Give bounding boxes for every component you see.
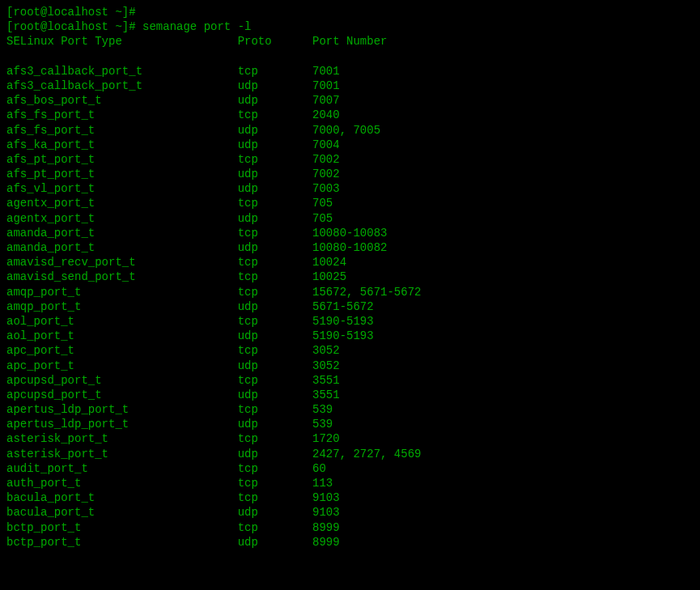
port-type: afs3_callback_port_t [6, 64, 238, 79]
header-proto: Proto [238, 34, 312, 49]
port-numbers: 7001 [312, 64, 340, 79]
port-type: audit_port_t [6, 461, 238, 476]
port-type: apc_port_t [6, 343, 238, 358]
port-numbers: 1720 [312, 431, 340, 446]
port-type: agentx_port_t [6, 211, 238, 226]
port-numbers: 2427, 2727, 4569 [312, 447, 421, 461]
port-table-body: afs3_callback_port_ttcp7001afs3_callback… [6, 64, 694, 550]
table-row: asterisk_port_tudp2427, 2727, 4569 [6, 447, 694, 461]
table-row: agentx_port_tudp705 [6, 211, 694, 226]
port-numbers: 539 [312, 402, 333, 417]
table-row: apertus_ldp_port_tudp539 [6, 417, 694, 431]
port-proto: udp [238, 447, 312, 461]
port-proto: tcp [238, 270, 312, 284]
table-row: amanda_port_ttcp10080-10083 [6, 226, 694, 240]
port-proto: udp [238, 388, 312, 402]
port-type: bctp_port_t [6, 535, 238, 550]
table-row: afs_pt_port_tudp7002 [6, 167, 694, 181]
port-type: afs_pt_port_t [6, 167, 238, 181]
port-numbers: 2040 [312, 108, 340, 122]
port-proto: udp [238, 79, 312, 93]
port-proto: udp [238, 211, 312, 226]
port-numbers: 7001 [312, 79, 340, 93]
port-proto: tcp [238, 402, 312, 417]
port-numbers: 5190-5193 [312, 314, 374, 329]
port-proto: udp [238, 359, 312, 373]
port-numbers: 60 [312, 461, 326, 476]
port-proto: tcp [238, 490, 312, 505]
table-row: bacula_port_ttcp9103 [6, 490, 694, 505]
port-proto: tcp [238, 285, 312, 299]
port-numbers: 9103 [312, 505, 340, 520]
port-proto: udp [238, 299, 312, 314]
table-row: apc_port_tudp3052 [6, 359, 694, 373]
table-row: afs3_callback_port_tudp7001 [6, 79, 694, 93]
port-type: apertus_ldp_port_t [6, 402, 238, 417]
port-type: asterisk_port_t [6, 431, 238, 446]
port-type: afs_fs_port_t [6, 123, 238, 138]
port-type: apcupsd_port_t [6, 388, 238, 402]
port-proto: tcp [238, 255, 312, 270]
port-proto: udp [238, 329, 312, 343]
port-proto: tcp [238, 461, 312, 476]
table-row: amavisd_send_port_ttcp10025 [6, 270, 694, 284]
port-numbers: 3551 [312, 373, 340, 388]
port-type: aol_port_t [6, 329, 238, 343]
table-row: amqp_port_tudp5671-5672 [6, 299, 694, 314]
port-numbers: 8999 [312, 535, 340, 550]
port-type: amqp_port_t [6, 299, 238, 314]
prompt-line-1: [root@localhost ~]# [6, 5, 694, 19]
port-numbers: 7007 [312, 93, 340, 108]
port-proto: tcp [238, 196, 312, 210]
port-proto: udp [238, 123, 312, 138]
table-row: bctp_port_ttcp8999 [6, 520, 694, 535]
table-row: afs_fs_port_ttcp2040 [6, 108, 694, 122]
port-numbers: 7003 [312, 181, 340, 196]
port-numbers: 10025 [312, 270, 346, 284]
table-row: aol_port_ttcp5190-5193 [6, 314, 694, 329]
port-proto: udp [238, 240, 312, 255]
port-proto: tcp [238, 343, 312, 358]
port-type: apertus_ldp_port_t [6, 417, 238, 431]
header-ports: Port Number [312, 34, 387, 49]
port-proto: tcp [238, 373, 312, 388]
port-proto: tcp [238, 226, 312, 240]
port-type: bacula_port_t [6, 490, 238, 505]
table-row: amqp_port_ttcp15672, 5671-5672 [6, 285, 694, 299]
port-numbers: 7000, 7005 [312, 123, 380, 138]
table-row: afs_bos_port_tudp7007 [6, 93, 694, 108]
port-numbers: 7002 [312, 167, 340, 181]
port-proto: udp [238, 167, 312, 181]
table-header: SELinux Port TypeProtoPort Number [6, 34, 694, 49]
port-type: amavisd_send_port_t [6, 270, 238, 284]
table-row: apc_port_ttcp3052 [6, 343, 694, 358]
table-row: audit_port_ttcp60 [6, 461, 694, 476]
table-row: amanda_port_tudp10080-10082 [6, 240, 694, 255]
port-type: asterisk_port_t [6, 447, 238, 461]
port-type: auth_port_t [6, 476, 238, 490]
port-numbers: 10080-10082 [312, 240, 387, 255]
port-proto: tcp [238, 108, 312, 122]
table-row: afs_fs_port_tudp7000, 7005 [6, 123, 694, 138]
port-numbers: 9103 [312, 490, 340, 505]
port-type: afs_vl_port_t [6, 181, 238, 196]
blank-line [6, 49, 694, 64]
port-proto: udp [238, 181, 312, 196]
port-numbers: 705 [312, 211, 333, 226]
port-numbers: 3052 [312, 343, 340, 358]
table-row: auth_port_ttcp113 [6, 476, 694, 490]
table-row: aol_port_tudp5190-5193 [6, 329, 694, 343]
table-row: apertus_ldp_port_ttcp539 [6, 402, 694, 417]
port-proto: tcp [238, 64, 312, 79]
port-numbers: 10024 [312, 255, 346, 270]
table-row: amavisd_recv_port_ttcp10024 [6, 255, 694, 270]
port-numbers: 10080-10083 [312, 226, 387, 240]
port-type: afs_fs_port_t [6, 108, 238, 122]
prompt-line-2[interactable]: [root@localhost ~]# semanage port -l [6, 19, 694, 34]
port-numbers: 7002 [312, 152, 340, 167]
port-numbers: 3052 [312, 359, 340, 373]
port-type: amavisd_recv_port_t [6, 255, 238, 270]
port-type: afs_bos_port_t [6, 93, 238, 108]
port-numbers: 113 [312, 476, 333, 490]
table-row: asterisk_port_ttcp1720 [6, 431, 694, 446]
